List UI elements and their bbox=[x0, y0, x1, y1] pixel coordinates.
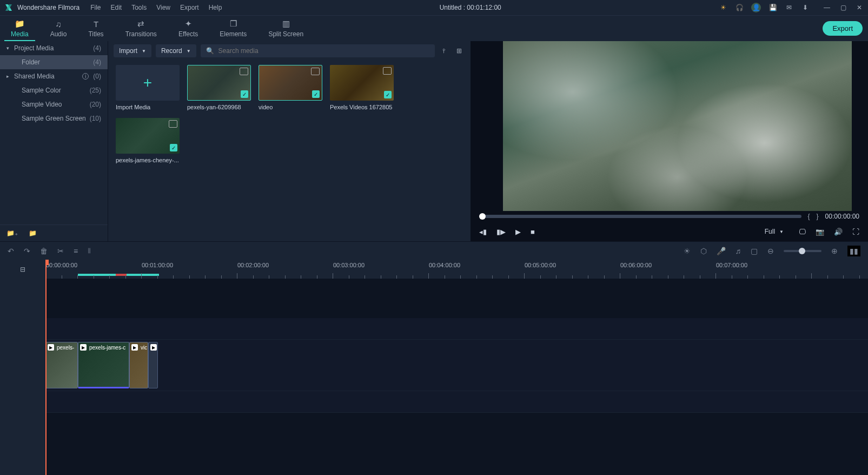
marker-icon[interactable]: ⬡ bbox=[700, 247, 707, 255]
menu-view[interactable]: View bbox=[156, 4, 170, 11]
media-tile[interactable]: ✓ Pexels Videos 1672805 bbox=[330, 65, 394, 110]
filter-icon[interactable]: ⫯ bbox=[439, 47, 449, 55]
media-tile[interactable]: ✓ pexels-james-cheney-... bbox=[116, 118, 180, 163]
timeline-clip[interactable]: ▶ bbox=[148, 342, 158, 388]
adjust-icon[interactable]: ≡ bbox=[74, 247, 78, 255]
media-thumb[interactable]: ✓ bbox=[330, 65, 394, 101]
clip-label: pexels- bbox=[57, 345, 74, 351]
play-forward-icon[interactable]: ▶ bbox=[515, 228, 521, 236]
stop-icon[interactable]: ■ bbox=[531, 228, 535, 236]
media-thumb[interactable]: ✓ bbox=[116, 118, 180, 154]
save-icon[interactable]: 💾 bbox=[768, 3, 777, 12]
export-button[interactable]: Export bbox=[823, 21, 863, 36]
audio-track-1[interactable]: ♪1 🔓 🔊 bbox=[45, 391, 868, 413]
minimize-icon[interactable]: — bbox=[823, 3, 831, 12]
scrub-handle[interactable] bbox=[479, 213, 486, 220]
audio-adjust-icon[interactable]: ⫴ bbox=[88, 246, 91, 255]
menu-bar: File Edit Tools View Export Help bbox=[90, 4, 222, 11]
main-area: ▾Project Media(4) Folder(4) ▸Shared Medi… bbox=[0, 41, 868, 241]
spacer-track bbox=[45, 279, 868, 318]
tips-icon[interactable]: ☀ bbox=[719, 3, 727, 12]
record-dropdown[interactable]: Record▼ bbox=[156, 44, 196, 57]
snapshot-icon[interactable]: 📷 bbox=[816, 228, 824, 236]
sidebar-project-media[interactable]: ▾Project Media(4) bbox=[0, 41, 108, 55]
maximize-icon[interactable]: ▢ bbox=[839, 3, 847, 12]
import-thumb[interactable]: + bbox=[116, 65, 180, 101]
timeline-clip[interactable]: ▶vic bbox=[129, 342, 148, 388]
playhead[interactable] bbox=[45, 260, 47, 475]
menu-tools[interactable]: Tools bbox=[131, 4, 147, 11]
tab-titles[interactable]: TTitles bbox=[77, 17, 114, 40]
menu-help[interactable]: Help bbox=[209, 4, 222, 11]
zoom-in-icon[interactable]: ⊕ bbox=[831, 247, 838, 255]
mark-in-icon[interactable]: { bbox=[808, 213, 810, 220]
tab-audio[interactable]: ♫Audio bbox=[39, 17, 78, 40]
tab-elements[interactable]: ❐Elements bbox=[209, 17, 257, 40]
timeline-clip[interactable]: ▶pexels- bbox=[45, 342, 78, 388]
video-track-1[interactable]: ▢1 🔓 👁 ▶pexels- ▶pexels-james-c ▶vic ▶ bbox=[45, 340, 868, 391]
folder-name: Folder bbox=[14, 58, 93, 66]
tab-effects[interactable]: ✦Effects bbox=[168, 17, 209, 40]
timeline-ruler[interactable]: 00:00:00:00 00:01:00:00 00:02:00:00 00:0… bbox=[45, 260, 868, 279]
timeline-main[interactable]: 00:00:00:00 00:01:00:00 00:02:00:00 00:0… bbox=[45, 260, 868, 475]
mark-out-icon[interactable]: } bbox=[817, 213, 819, 220]
scrub-track[interactable] bbox=[479, 215, 801, 218]
message-icon[interactable]: ✉ bbox=[785, 3, 793, 12]
tab-splitscreen[interactable]: ▥Split Screen bbox=[257, 17, 314, 40]
music-icon[interactable]: ♬ bbox=[736, 247, 741, 255]
timeline-view-icon[interactable]: ▮▮ bbox=[847, 246, 860, 256]
import-dropdown[interactable]: Import▼ bbox=[114, 44, 151, 57]
sidebar-folder[interactable]: Folder(4) bbox=[0, 55, 108, 69]
folder-icon[interactable]: 📁 bbox=[29, 229, 37, 237]
new-folder-icon[interactable]: 📁₊ bbox=[6, 229, 18, 237]
close-icon[interactable]: ✕ bbox=[855, 3, 864, 12]
zoom-slider[interactable] bbox=[784, 250, 821, 252]
sidebar-shared-media[interactable]: ▸Shared Mediai(0) bbox=[0, 69, 108, 83]
account-icon[interactable]: 👤 bbox=[751, 3, 761, 12]
download-icon[interactable]: ⬇ bbox=[801, 3, 810, 12]
quality-dropdown[interactable]: Full▼ bbox=[759, 225, 789, 238]
preview-viewport[interactable] bbox=[503, 41, 852, 211]
prev-frame-icon[interactable]: ◂▮ bbox=[479, 228, 487, 236]
ruler-label: 00:04:00:00 bbox=[429, 262, 460, 268]
zoom-out-icon[interactable]: ⊖ bbox=[767, 247, 774, 255]
volume-icon[interactable]: 🔊 bbox=[834, 228, 843, 236]
tab-transitions[interactable]: ⇄Transitions bbox=[115, 17, 168, 40]
fullscreen-icon[interactable]: ⛶ bbox=[852, 228, 859, 236]
play-icon[interactable]: ▮▶ bbox=[496, 228, 506, 236]
voiceover-icon[interactable]: 🎤 bbox=[717, 247, 726, 255]
cut-icon[interactable]: ✂ bbox=[57, 247, 64, 255]
render-icon[interactable]: ☀ bbox=[684, 247, 691, 255]
menu-file[interactable]: File bbox=[90, 4, 101, 11]
info-icon[interactable]: i bbox=[82, 73, 89, 80]
sidebar-sample-green[interactable]: Sample Green Screen(10) bbox=[0, 111, 108, 126]
crop-icon[interactable]: ▢ bbox=[751, 247, 758, 255]
video-track-2[interactable]: ▢2 🔓 👁 bbox=[45, 318, 868, 340]
undo-icon[interactable]: ↶ bbox=[8, 247, 14, 255]
dropdown-label: Record bbox=[161, 47, 182, 55]
redo-icon[interactable]: ↷ bbox=[24, 247, 30, 255]
tab-media[interactable]: 📁Media bbox=[0, 17, 39, 40]
media-thumb[interactable]: ✓ bbox=[259, 65, 322, 101]
support-icon[interactable]: 🎧 bbox=[735, 3, 744, 12]
transition-icon: ⇄ bbox=[137, 19, 144, 29]
media-tile[interactable]: ✓ video bbox=[259, 65, 322, 110]
menu-export[interactable]: Export bbox=[180, 4, 199, 11]
media-tile[interactable]: ✓ pexels-yan-6209968 bbox=[187, 65, 251, 110]
media-label: pexels-yan-6209968 bbox=[187, 104, 251, 110]
timeline-clip[interactable]: ▶pexels-james-c bbox=[78, 342, 129, 388]
search-media[interactable]: 🔍 bbox=[201, 44, 435, 57]
sidebar-sample-color[interactable]: Sample Color(25) bbox=[0, 83, 108, 97]
sidebar-sample-video[interactable]: Sample Video(20) bbox=[0, 97, 108, 111]
timeline-toolbar: ↶ ↷ 🗑 ✂ ≡ ⫴ ☀ ⬡ 🎤 ♬ ▢ ⊖ ⊕ ▮▮ bbox=[0, 241, 868, 260]
display-icon[interactable]: 🖵 bbox=[799, 228, 806, 236]
menu-edit[interactable]: Edit bbox=[111, 4, 122, 11]
timeline-options-icon[interactable]: ⊟ bbox=[0, 260, 45, 279]
search-input[interactable] bbox=[218, 47, 429, 55]
import-media-tile[interactable]: + Import Media bbox=[116, 65, 180, 110]
media-thumb[interactable]: ✓ bbox=[187, 65, 251, 101]
zoom-handle[interactable] bbox=[799, 248, 805, 254]
grid-view-icon[interactable]: ⊞ bbox=[453, 47, 465, 55]
delete-icon[interactable]: 🗑 bbox=[40, 247, 48, 255]
folder-count: (20) bbox=[90, 101, 101, 108]
